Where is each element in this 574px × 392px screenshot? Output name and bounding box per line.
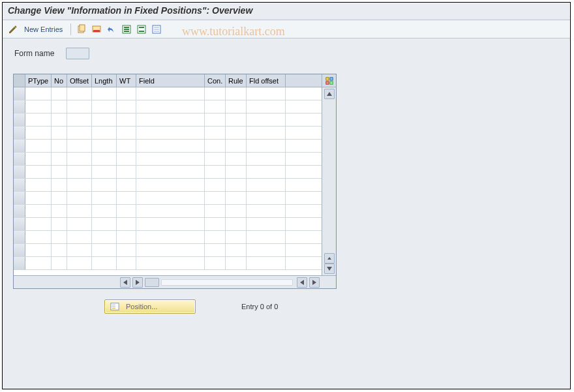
cell-fldoffset[interactable] bbox=[247, 113, 286, 126]
cell-rule[interactable] bbox=[226, 192, 247, 204]
row-selector[interactable] bbox=[14, 192, 25, 204]
cell-fldoffset[interactable] bbox=[247, 100, 286, 113]
cell-wt[interactable] bbox=[117, 244, 136, 256]
cell-rule[interactable] bbox=[226, 166, 247, 178]
scroll-up-small-icon[interactable] bbox=[324, 253, 335, 264]
row-selector[interactable] bbox=[14, 231, 25, 243]
copy-icon[interactable] bbox=[75, 23, 88, 36]
cell-con[interactable] bbox=[205, 179, 226, 191]
cell-con[interactable] bbox=[205, 113, 226, 126]
scroll-right-near-icon[interactable] bbox=[132, 277, 143, 288]
cell-ptype[interactable] bbox=[25, 127, 52, 139]
scroll-right-icon[interactable] bbox=[309, 277, 320, 288]
cell-rule[interactable] bbox=[226, 257, 247, 269]
cell-lngth[interactable] bbox=[92, 140, 117, 152]
cell-lngth[interactable] bbox=[92, 179, 117, 191]
cell-lngth[interactable] bbox=[92, 113, 117, 126]
cell-no[interactable] bbox=[52, 127, 67, 139]
cell-offset[interactable] bbox=[67, 244, 92, 256]
cell-fldoffset[interactable] bbox=[247, 179, 286, 191]
cell-con[interactable] bbox=[205, 140, 226, 152]
cell-rule[interactable] bbox=[226, 205, 247, 217]
change-toggle-icon[interactable] bbox=[7, 23, 20, 36]
cell-lngth[interactable] bbox=[92, 218, 117, 230]
cell-ptype[interactable] bbox=[25, 205, 52, 217]
cell-no[interactable] bbox=[52, 231, 67, 243]
column-header-fldoffset[interactable]: Fld offset bbox=[247, 74, 286, 87]
cell-field[interactable] bbox=[136, 140, 205, 152]
cell-fldoffset[interactable] bbox=[247, 231, 286, 243]
cell-con[interactable] bbox=[205, 87, 226, 100]
cell-ptype[interactable] bbox=[25, 192, 52, 204]
cell-field[interactable] bbox=[136, 113, 205, 126]
undo-icon[interactable] bbox=[105, 23, 118, 36]
deselect-all-icon[interactable] bbox=[150, 23, 163, 36]
cell-lngth[interactable] bbox=[92, 244, 117, 256]
cell-ptype[interactable] bbox=[25, 218, 52, 230]
cell-fldoffset[interactable] bbox=[247, 192, 286, 204]
cell-no[interactable] bbox=[52, 140, 67, 152]
cell-con[interactable] bbox=[205, 231, 226, 243]
cell-rule[interactable] bbox=[226, 244, 247, 256]
cell-fldoffset[interactable] bbox=[247, 127, 286, 139]
horizontal-scrollbar[interactable] bbox=[14, 275, 336, 288]
cell-ptype[interactable] bbox=[25, 166, 52, 178]
cell-no[interactable] bbox=[52, 205, 67, 217]
cell-lngth[interactable] bbox=[92, 153, 117, 165]
cell-wt[interactable] bbox=[117, 87, 136, 100]
cell-no[interactable] bbox=[52, 87, 67, 100]
cell-wt[interactable] bbox=[117, 153, 136, 165]
cell-ptype[interactable] bbox=[25, 113, 52, 126]
cell-no[interactable] bbox=[52, 218, 67, 230]
cell-no[interactable] bbox=[52, 244, 67, 256]
cell-field[interactable] bbox=[136, 179, 205, 191]
cell-field[interactable] bbox=[136, 192, 205, 204]
cell-fldoffset[interactable] bbox=[247, 140, 286, 152]
row-selector[interactable] bbox=[14, 244, 25, 256]
cell-lngth[interactable] bbox=[92, 192, 117, 204]
cell-rule[interactable] bbox=[226, 100, 247, 113]
row-selector-header[interactable] bbox=[14, 74, 25, 87]
cell-lngth[interactable] bbox=[92, 205, 117, 217]
cell-con[interactable] bbox=[205, 127, 226, 139]
cell-lngth[interactable] bbox=[92, 87, 117, 100]
row-selector[interactable] bbox=[14, 257, 25, 269]
cell-fldoffset[interactable] bbox=[247, 257, 286, 269]
cell-ptype[interactable] bbox=[25, 231, 52, 243]
cell-field[interactable] bbox=[136, 127, 205, 139]
new-entries-button[interactable]: New Entries bbox=[22, 24, 67, 35]
column-header-rule[interactable]: Rule bbox=[226, 74, 247, 87]
cell-fldoffset[interactable] bbox=[247, 166, 286, 178]
cell-rule[interactable] bbox=[226, 127, 247, 139]
cell-fldoffset[interactable] bbox=[247, 218, 286, 230]
cell-wt[interactable] bbox=[117, 113, 136, 126]
row-selector[interactable] bbox=[14, 87, 25, 100]
cell-field[interactable] bbox=[136, 218, 205, 230]
cell-con[interactable] bbox=[205, 153, 226, 165]
cell-ptype[interactable] bbox=[25, 100, 52, 113]
cell-offset[interactable] bbox=[67, 179, 92, 191]
cell-con[interactable] bbox=[205, 205, 226, 217]
cell-wt[interactable] bbox=[117, 231, 136, 243]
cell-con[interactable] bbox=[205, 192, 226, 204]
cell-no[interactable] bbox=[52, 192, 67, 204]
cell-no[interactable] bbox=[52, 166, 67, 178]
row-selector[interactable] bbox=[14, 166, 25, 178]
cell-con[interactable] bbox=[205, 166, 226, 178]
column-header-field[interactable]: Field bbox=[136, 74, 205, 87]
cell-con[interactable] bbox=[205, 218, 226, 230]
cell-ptype[interactable] bbox=[25, 179, 52, 191]
cell-rule[interactable] bbox=[226, 113, 247, 126]
cell-lngth[interactable] bbox=[92, 166, 117, 178]
cell-offset[interactable] bbox=[67, 218, 92, 230]
row-selector[interactable] bbox=[14, 153, 25, 165]
cell-ptype[interactable] bbox=[25, 140, 52, 152]
cell-rule[interactable] bbox=[226, 87, 247, 100]
cell-fldoffset[interactable] bbox=[247, 153, 286, 165]
cell-offset[interactable] bbox=[67, 87, 92, 100]
cell-fldoffset[interactable] bbox=[247, 205, 286, 217]
cell-offset[interactable] bbox=[67, 205, 92, 217]
cell-ptype[interactable] bbox=[25, 257, 52, 269]
column-header-ptype[interactable]: PType bbox=[25, 74, 52, 87]
cell-offset[interactable] bbox=[67, 231, 92, 243]
